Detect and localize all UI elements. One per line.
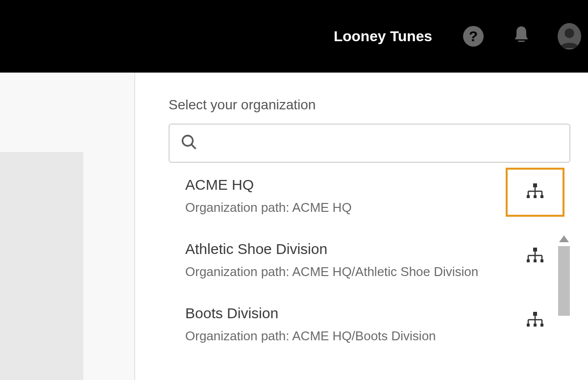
org-search-input[interactable] [198, 136, 559, 150]
svg-point-1 [564, 28, 574, 38]
help-icon: ? [463, 26, 484, 47]
org-hierarchy-button[interactable] [506, 232, 564, 281]
scroll-up-icon [559, 235, 569, 242]
org-item-text: Athletic Shoe DivisionOrganization path:… [185, 241, 506, 281]
search-icon [180, 133, 198, 153]
bell-icon [512, 25, 531, 48]
svg-rect-22 [533, 312, 537, 316]
app-header: Looney Tunes ? [0, 0, 588, 73]
org-item[interactable]: Boots DivisionOrganization path: ACME HQ… [169, 293, 570, 357]
notifications-button[interactable] [510, 25, 533, 48]
org-name: ACME HQ [185, 177, 496, 193]
page-title: Select your organization [169, 97, 570, 113]
svg-rect-19 [527, 259, 530, 262]
main-panel: Select your organization ACME HQOrganiza… [135, 73, 588, 380]
org-hierarchy-button[interactable] [506, 296, 564, 345]
svg-rect-28 [527, 324, 530, 327]
scroll-thumb[interactable] [558, 246, 570, 316]
org-search-box[interactable] [169, 124, 570, 163]
content-wrap: Select your organization ACME HQOrganiza… [0, 73, 588, 380]
svg-rect-0 [518, 41, 524, 42]
svg-rect-13 [533, 248, 537, 252]
org-item-text: Boots DivisionOrganization path: ACME HQ… [185, 305, 506, 346]
profile-button[interactable] [558, 25, 581, 48]
org-path: Organization path: ACME HQ [185, 198, 496, 217]
svg-rect-30 [540, 324, 543, 327]
scrollbar[interactable] [558, 235, 570, 380]
svg-rect-10 [527, 195, 530, 198]
svg-rect-29 [534, 324, 537, 327]
header-org-name[interactable]: Looney Tunes [334, 28, 432, 45]
org-hierarchy-button[interactable] [506, 168, 564, 217]
hierarchy-icon [524, 310, 546, 331]
svg-point-2 [183, 136, 193, 146]
org-path: Organization path: ACME HQ/Athletic Shoe… [185, 262, 496, 281]
org-item[interactable]: ACME HQOrganization path: ACME HQ [169, 165, 570, 229]
svg-rect-21 [540, 259, 543, 262]
avatar-icon [558, 23, 581, 50]
svg-rect-11 [534, 195, 537, 198]
org-name: Boots Division [185, 305, 496, 322]
sidebar-placeholder [0, 152, 83, 380]
svg-rect-12 [540, 195, 543, 198]
svg-line-3 [192, 145, 196, 149]
org-list: ACME HQOrganization path: ACME HQAthleti… [169, 165, 570, 357]
hierarchy-icon [524, 181, 546, 203]
org-item[interactable]: Athletic Shoe DivisionOrganization path:… [169, 229, 570, 293]
org-name: Athletic Shoe Division [185, 241, 496, 257]
org-item-text: ACME HQOrganization path: ACME HQ [185, 177, 506, 217]
sidebar [0, 73, 135, 380]
svg-rect-4 [533, 183, 537, 187]
svg-rect-20 [534, 259, 537, 262]
hierarchy-icon [524, 246, 546, 267]
org-path: Organization path: ACME HQ/Boots Divisio… [185, 327, 496, 346]
help-button[interactable]: ? [462, 25, 485, 48]
